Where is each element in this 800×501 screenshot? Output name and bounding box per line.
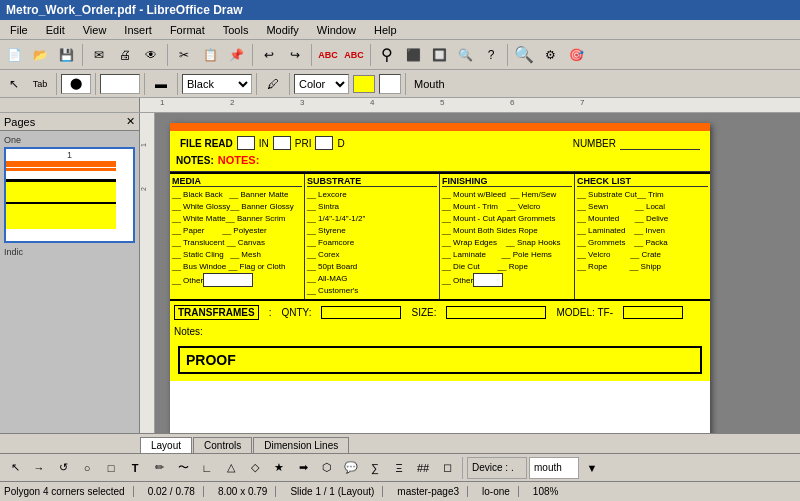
finishing-col: FINISHING __ Mount w/Bleed __ Hem/Sew __… <box>440 174 575 299</box>
qnty-field[interactable] <box>321 306 401 319</box>
zoom-input[interactable] <box>61 74 91 94</box>
rotate-tool[interactable]: ↺ <box>52 457 74 479</box>
checklist-list: __ Substrate Cut__ Trim __ Sewn __ Local… <box>577 189 708 273</box>
arrow-button[interactable]: ↖ <box>2 72 26 96</box>
line-width-input[interactable]: 0.01" <box>100 74 140 94</box>
tb2-sep-3 <box>144 73 145 95</box>
tab-dimension-lines[interactable]: Dimension Lines <box>253 437 349 453</box>
tab-bar: Layout Controls Dimension Lines <box>0 433 800 453</box>
rect-tool[interactable]: □ <box>100 457 122 479</box>
tab-button[interactable]: Tab <box>28 72 52 96</box>
callout-tool[interactable]: 💬 <box>340 457 362 479</box>
page-thumbnail-1[interactable]: 1 <box>4 147 135 243</box>
zoom-out-button[interactable]: 🔍 <box>512 43 536 67</box>
copy-button[interactable]: 📋 <box>198 43 222 67</box>
file-read-label: FILE READ <box>180 138 233 149</box>
spellcheck2-button[interactable]: ABC <box>342 43 366 67</box>
preview-button[interactable]: 👁 <box>139 43 163 67</box>
email-button[interactable]: ✉ <box>87 43 111 67</box>
in-box[interactable] <box>273 136 291 150</box>
freehand-tool[interactable]: 〜 <box>172 457 194 479</box>
triangle-tool[interactable]: △ <box>220 457 242 479</box>
new-button[interactable]: 📄 <box>2 43 26 67</box>
help-btn[interactable]: ? <box>479 43 503 67</box>
page-number-1: 1 <box>6 149 133 161</box>
number-field[interactable] <box>620 136 700 150</box>
arrow-shapes-tool[interactable]: ➡ <box>292 457 314 479</box>
hash-tool[interactable]: ## <box>412 457 434 479</box>
menu-file[interactable]: File <box>4 22 34 38</box>
hyperlink-button[interactable]: ⚲ <box>375 43 399 67</box>
find-button[interactable]: 🔍 <box>453 43 477 67</box>
save-button[interactable]: 💾 <box>54 43 78 67</box>
canvas-area[interactable]: 1 2 FILE READ IN PRI D NUMBER <box>140 113 800 433</box>
flowchart-tool[interactable]: ⬡ <box>316 457 338 479</box>
undo-button[interactable]: ↩ <box>257 43 281 67</box>
main-area: Pages ✕ One 1 Indic <box>0 113 800 433</box>
media-col: MEDIA __ Black Back __ Banner Matte __ W… <box>170 174 305 299</box>
menu-insert[interactable]: Insert <box>118 22 158 38</box>
fill-color-input[interactable] <box>379 74 401 94</box>
redo-button[interactable]: ↪ <box>283 43 307 67</box>
menu-edit[interactable]: Edit <box>40 22 71 38</box>
pri-box[interactable] <box>315 136 333 150</box>
format-toolbar: ↖ Tab 0.01" ▬ Black 🖊 Color Mouth <box>0 70 800 98</box>
menu-format[interactable]: Format <box>164 22 211 38</box>
file-read-box[interactable] <box>237 136 255 150</box>
line-tool[interactable]: → <box>28 457 50 479</box>
menu-help[interactable]: Help <box>368 22 403 38</box>
menu-tools[interactable]: Tools <box>217 22 255 38</box>
mode-display: lo-one <box>482 486 519 497</box>
spellcheck1-button[interactable]: ABC <box>316 43 340 67</box>
pri-label: PRI <box>295 138 312 149</box>
tb2-sep-5 <box>256 73 257 95</box>
size-field[interactable] <box>446 306 546 319</box>
finishing-header: FINISHING <box>442 176 572 187</box>
menu-window[interactable]: Window <box>311 22 362 38</box>
toolbar-sep-3 <box>252 44 253 66</box>
curve-tool[interactable]: ✏ <box>148 457 170 479</box>
file-read-row: FILE READ IN PRI D NUMBER <box>176 134 704 152</box>
paste-button[interactable]: 📌 <box>224 43 248 67</box>
pages-close-icon[interactable]: ✕ <box>126 115 135 128</box>
main-grid: MEDIA __ Black Back __ Banner Matte __ W… <box>170 172 710 299</box>
model-field[interactable] <box>623 306 683 319</box>
proof-section: PROOF <box>170 339 710 381</box>
xi-tool[interactable]: Ξ <box>388 457 410 479</box>
select-tool[interactable]: ↖ <box>4 457 26 479</box>
special1-button[interactable]: ⚙ <box>538 43 562 67</box>
media-header: MEDIA <box>172 176 302 187</box>
toolbar-sep-5 <box>370 44 371 66</box>
dropdown-button[interactable]: ▼ <box>581 457 603 479</box>
diamond-tool[interactable]: ◇ <box>244 457 266 479</box>
app-title: Metro_Work_Order.pdf - LibreOffice Draw <box>6 3 243 17</box>
line-color-select[interactable]: Black <box>182 74 252 94</box>
ellipse-tool[interactable]: ○ <box>76 457 98 479</box>
text-tool[interactable]: T <box>124 457 146 479</box>
menu-modify[interactable]: Modify <box>260 22 304 38</box>
connector-tool[interactable]: ∟ <box>196 457 218 479</box>
mouth-field[interactable]: mouth <box>529 457 579 479</box>
square-tool[interactable]: ◻ <box>436 457 458 479</box>
fill-color-swatch[interactable] <box>353 75 375 93</box>
open-button[interactable]: 📂 <box>28 43 52 67</box>
star-tool[interactable]: ★ <box>268 457 290 479</box>
eyedropper-button[interactable]: 🖊 <box>261 72 285 96</box>
sigma-tool[interactable]: ∑ <box>364 457 386 479</box>
print-button[interactable]: 🖨 <box>113 43 137 67</box>
zoom-display: 108% <box>533 486 559 497</box>
menu-view[interactable]: View <box>77 22 113 38</box>
fill-select[interactable]: Color <box>294 74 349 94</box>
toolbar-sep-1 <box>82 44 83 66</box>
gradient-button[interactable]: ⬛ <box>401 43 425 67</box>
special2-button[interactable]: 🎯 <box>564 43 588 67</box>
tab-controls[interactable]: Controls <box>193 437 252 453</box>
cut-button[interactable]: ✂ <box>172 43 196 67</box>
tab-layout[interactable]: Layout <box>140 437 192 453</box>
number-label: NUMBER <box>573 138 616 149</box>
model-label: MODEL: TF- <box>556 307 612 318</box>
in-label: IN <box>259 138 269 149</box>
line-style-button[interactable]: ▬ <box>149 72 173 96</box>
notes2-row: Notes: <box>170 324 710 339</box>
snap-button[interactable]: 🔲 <box>427 43 451 67</box>
